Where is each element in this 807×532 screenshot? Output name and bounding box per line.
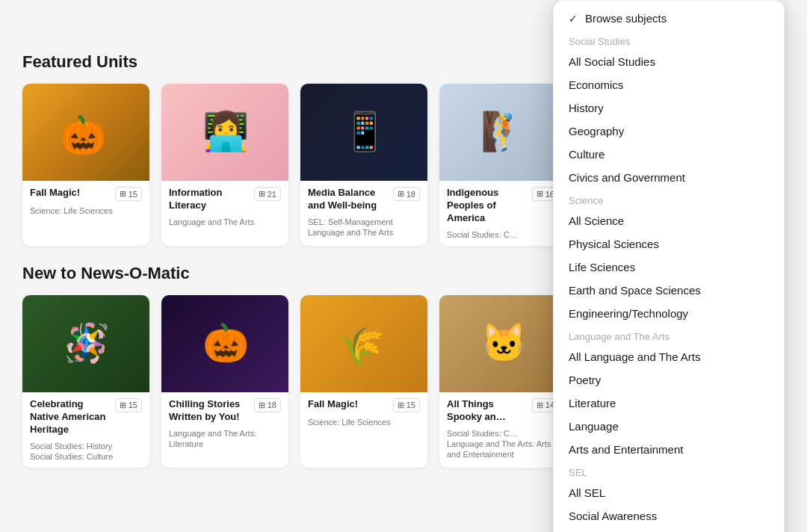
card-native-american-body: Celebrating Native American Heritage ⊞ 1…: [22, 392, 149, 441]
card-chilling-stories-image: [161, 295, 288, 392]
dropdown-item-all-science[interactable]: All Science: [554, 209, 784, 232]
dropdown-earth-space-sciences-label: Earth and Space Sciences: [569, 284, 701, 297]
card-indigenous-image: [439, 84, 566, 181]
dropdown-life-sciences-label: Life Sciences: [569, 261, 635, 273]
pages-icon: ⊞: [398, 189, 404, 199]
card-fall-magic-2-title: Fall Magic!: [308, 398, 389, 411]
dropdown-section-sel: SEL: [554, 461, 784, 481]
dropdown-item-culture[interactable]: Culture: [554, 143, 784, 166]
dropdown-item-geography[interactable]: Geography: [554, 120, 784, 143]
card-indigenous[interactable]: Indigenous Peoples of America ⊞ 16 Socia…: [439, 84, 566, 246]
checkmark-icon: ✓: [569, 13, 578, 25]
card-native-american-image: [22, 295, 149, 392]
card-native-american[interactable]: Celebrating Native American Heritage ⊞ 1…: [22, 295, 149, 468]
dropdown-engineering-technology-label: Engineering/Technology: [569, 307, 688, 320]
card-native-american-badge: ⊞ 15: [115, 398, 142, 412]
card-fall-magic-2-badge: ⊞ 15: [393, 398, 420, 412]
dropdown-culture-label: Culture: [569, 148, 605, 161]
card-info-literacy-body: Information Literacy ⊞ 21: [161, 181, 288, 217]
card-fall-magic-image: [22, 84, 149, 181]
pages-icon: ⊞: [259, 400, 265, 410]
browse-subjects-dropdown: ✓ Browse subjects Social Studies All Soc…: [553, 0, 785, 532]
dropdown-item-civics-government[interactable]: Civics and Government: [554, 166, 784, 189]
dropdown-item-history[interactable]: History: [554, 96, 784, 120]
card-chilling-stories-badge: ⊞ 18: [254, 398, 281, 412]
card-info-literacy-subtitle: Language and The Arts: [161, 217, 288, 233]
dropdown-poetry-label: Poetry: [569, 374, 601, 386]
dropdown-item-earth-space-sciences[interactable]: Earth and Space Sciences: [554, 279, 784, 302]
dropdown-section-science: Science: [554, 189, 784, 209]
dropdown-literature-label: Literature: [569, 397, 616, 409]
dropdown-item-arts-entertainment[interactable]: Arts and Entertainment: [554, 438, 784, 461]
card-fall-magic-body: Fall Magic! ⊞ 15: [22, 181, 149, 205]
card-chilling-stories-title: Chilling Stories Written by You!: [169, 398, 250, 424]
dropdown-item-all-sel[interactable]: All SEL: [554, 481, 784, 504]
card-all-things-spooky-subtitle: Social Studies: C… Language and The Arts…: [439, 428, 566, 466]
dropdown-social-awareness-label: Social Awareness: [569, 510, 657, 522]
card-fall-magic-subtitle: Science: Life Sciences: [22, 205, 149, 222]
card-media-balance-image: [300, 84, 427, 181]
card-all-things-spooky-image: [439, 295, 566, 392]
dropdown-language-label: Language: [569, 420, 619, 433]
dropdown-civics-government-label: Civics and Government: [569, 171, 685, 184]
card-media-balance[interactable]: Media Balance and Well-being ⊞ 18 SEL: S…: [300, 84, 427, 246]
card-chilling-stories[interactable]: Chilling Stories Written by You! ⊞ 18 La…: [161, 295, 288, 468]
dropdown-item-self-management[interactable]: Self-Management: [554, 528, 784, 532]
dropdown-all-science-label: All Science: [569, 214, 624, 227]
dropdown-arts-entertainment-label: Arts and Entertainment: [569, 443, 683, 456]
pages-icon: ⊞: [398, 400, 404, 410]
dropdown-geography-label: Geography: [569, 125, 624, 137]
pages-icon: ⊞: [537, 400, 543, 410]
dropdown-section-language-arts: Language and The Arts: [554, 325, 784, 345]
card-fall-magic-2-image: [300, 295, 427, 392]
card-fall-magic-title: Fall Magic!: [30, 187, 111, 200]
card-indigenous-title: Indigenous Peoples of America: [447, 187, 528, 225]
dropdown-economics-label: Economics: [569, 78, 623, 91]
dropdown-all-social-studies-label: All Social Studies: [569, 55, 655, 68]
card-fall-magic-2-subtitle: Science: Life Sciences: [300, 417, 427, 433]
dropdown-item-social-awareness[interactable]: Social Awareness: [554, 504, 784, 528]
card-all-things-spooky[interactable]: All Things Spooky an… ⊞ 14 Social Studie…: [439, 295, 566, 468]
card-media-balance-subtitle: SEL: Self-Management Language and The Ar…: [300, 217, 427, 244]
dropdown-item-engineering-technology[interactable]: Engineering/Technology: [554, 302, 784, 325]
pages-icon: ⊞: [120, 189, 126, 199]
card-fall-magic[interactable]: Fall Magic! ⊞ 15 Science: Life Sciences: [22, 84, 149, 246]
card-native-american-subtitle: Social Studies: History Social Studies: …: [22, 441, 149, 468]
pages-icon: ⊞: [537, 189, 543, 199]
dropdown-browse-subjects-label: Browse subjects: [585, 12, 667, 25]
dropdown-item-language[interactable]: Language: [554, 415, 784, 438]
dropdown-section-social-studies: Social Studies: [554, 30, 784, 50]
dropdown-item-all-language-arts[interactable]: All Language and The Arts: [554, 345, 784, 368]
card-info-literacy-title: Information Literacy: [169, 187, 250, 212]
card-info-literacy-image: [161, 84, 288, 181]
dropdown-all-sel-label: All SEL: [569, 486, 605, 499]
card-all-things-spooky-body: All Things Spooky an… ⊞ 14: [439, 392, 566, 428]
dropdown-item-physical-sciences[interactable]: Physical Sciences: [554, 232, 784, 256]
card-native-american-title: Celebrating Native American Heritage: [30, 398, 111, 436]
card-fall-magic-badge: ⊞ 15: [115, 187, 142, 201]
card-info-literacy-badge: ⊞ 21: [254, 187, 281, 201]
card-indigenous-body: Indigenous Peoples of America ⊞ 16: [439, 181, 566, 229]
dropdown-all-language-arts-label: All Language and The Arts: [569, 350, 701, 363]
pages-icon: ⊞: [120, 400, 126, 410]
card-chilling-stories-body: Chilling Stories Written by You! ⊞ 18: [161, 392, 288, 428]
dropdown-item-economics[interactable]: Economics: [554, 73, 784, 96]
card-chilling-stories-subtitle: Language and The Arts: Literature: [161, 428, 288, 456]
card-media-balance-title: Media Balance and Well-being: [308, 187, 389, 212]
pages-icon: ⊞: [259, 189, 265, 199]
dropdown-item-life-sciences[interactable]: Life Sciences: [554, 256, 784, 279]
card-fall-magic-2[interactable]: Fall Magic! ⊞ 15 Science: Life Sciences: [300, 295, 427, 468]
card-indigenous-subtitle: Social Studies: C…: [439, 229, 566, 246]
card-media-balance-badge: ⊞ 18: [393, 187, 420, 201]
dropdown-item-poetry[interactable]: Poetry: [554, 368, 784, 392]
dropdown-physical-sciences-label: Physical Sciences: [569, 238, 659, 250]
dropdown-item-literature[interactable]: Literature: [554, 392, 784, 415]
card-media-balance-body: Media Balance and Well-being ⊞ 18: [300, 181, 427, 217]
dropdown-history-label: History: [569, 102, 604, 114]
dropdown-item-browse-subjects[interactable]: ✓ Browse subjects: [554, 7, 784, 30]
card-info-literacy[interactable]: Information Literacy ⊞ 21 Language and T…: [161, 84, 288, 246]
card-all-things-spooky-title: All Things Spooky an…: [447, 398, 528, 424]
card-fall-magic-2-body: Fall Magic! ⊞ 15: [300, 392, 427, 417]
dropdown-item-all-social-studies[interactable]: All Social Studies: [554, 50, 784, 73]
